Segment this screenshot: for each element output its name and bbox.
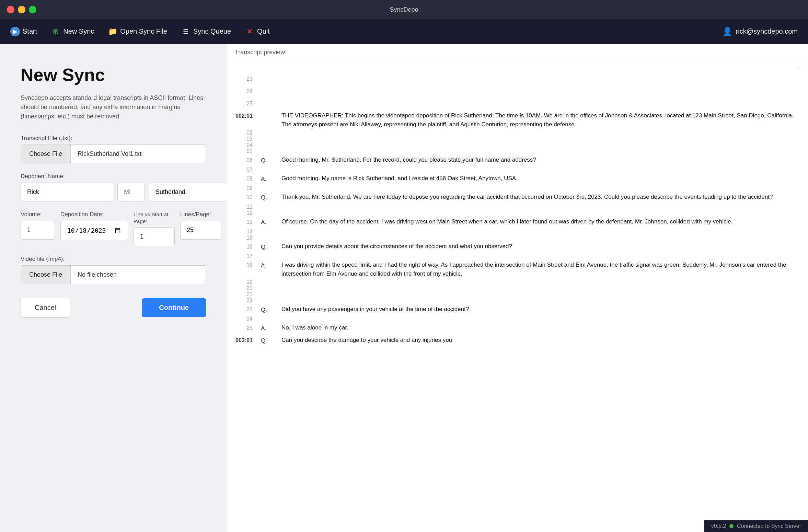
start-label: Start <box>23 27 37 35</box>
metadata-row: Volume: Deposition Date: Line #s Start a… <box>21 211 206 246</box>
user-menu[interactable]: 👤 rick@syncdepo.com <box>722 27 798 36</box>
transcript-file-label: Transcript File (.txt): <box>21 135 206 142</box>
lines-per-page-label: Lines/Page: <box>180 211 221 218</box>
open-sync-file-icon: 📁 <box>108 27 117 36</box>
sync-queue-icon: ☰ <box>181 27 191 36</box>
transcript-line: 23 <box>233 73 801 85</box>
transcript-line: 23 Q. Did you have any passengers in you… <box>233 304 801 316</box>
minimize-button[interactable] <box>18 6 25 13</box>
user-icon: 👤 <box>722 27 732 36</box>
status-bar: v0.5.2 Connected to Sync Server <box>704 520 808 532</box>
version-label: v0.5.2 <box>711 523 726 529</box>
line-start-label: Line #s Start at Page: <box>134 211 175 224</box>
video-file-group: Video file (.mp4): Choose File No file c… <box>21 256 206 284</box>
transcript-line: 18 A. I was driving within the speed lim… <box>233 259 801 279</box>
maximize-button[interactable] <box>29 6 36 13</box>
deponent-name-group: Deponent Name: <box>21 173 206 201</box>
continue-button[interactable]: Continue <box>142 298 206 317</box>
volume-field[interactable] <box>21 221 55 240</box>
transcript-line: 06 Q. Good morning, Mr. Sutherland. For … <box>233 154 801 167</box>
start-icon: ▶ <box>10 27 20 36</box>
sync-queue-label: Sync Queue <box>193 27 231 35</box>
video-file-input-wrapper: Choose File No file chosen <box>21 265 206 284</box>
transcript-header-label: Transcript preview: <box>235 49 287 56</box>
deponent-name-label: Deponent Name: <box>21 173 206 180</box>
transcript-file-group: Transcript File (.txt): Choose File Rick… <box>21 135 206 163</box>
volume-label: Volume: <box>21 211 55 218</box>
transcript-line: 16 Q. Can you provide details about the … <box>233 241 801 253</box>
menu-quit[interactable]: ✕ Quit <box>245 27 270 36</box>
deposition-date-col: Deposition Date: <box>60 211 128 240</box>
menu-open-sync-file[interactable]: 📁 Open Sync File <box>108 27 167 36</box>
middle-initial-field[interactable] <box>117 183 145 201</box>
transcript-body[interactable]: ← 23 24 25 <box>227 61 808 532</box>
close-button[interactable] <box>7 6 14 13</box>
video-file-name: No file chosen <box>71 266 206 284</box>
left-panel: New Sync Syncdepo accepts standard legal… <box>0 44 227 532</box>
lines-per-page-field[interactable] <box>180 221 221 240</box>
video-file-label: Video file (.mp4): <box>21 256 206 263</box>
menu-bar: ▶ Start ⊕ New Sync 📁 Open Sync File ☰ Sy… <box>0 19 808 44</box>
transcript-page-marker: 003:01 Q. Can you describe the damage to… <box>233 335 801 347</box>
volume-col: Volume: <box>21 211 55 240</box>
transcript-line: 25 A. No, I was alone in my car. <box>233 322 801 335</box>
user-email: rick@syncdepo.com <box>736 27 798 35</box>
name-row <box>21 183 206 201</box>
quit-icon: ✕ <box>245 27 254 36</box>
nav-back[interactable]: ← <box>233 65 801 72</box>
video-choose-file-button[interactable]: Choose File <box>21 266 71 284</box>
transcript-line: 25 <box>233 98 801 110</box>
first-name-field[interactable] <box>21 183 113 201</box>
form-title: New Sync <box>21 65 206 85</box>
title-bar: SyncDepo <box>0 0 808 19</box>
line-start-col: Line #s Start at Page: <box>134 211 175 246</box>
main-content: New Sync Syncdepo accepts standard legal… <box>0 44 808 532</box>
transcript-line: 13 A. Of course. On the day of the accid… <box>233 216 801 229</box>
line-start-field[interactable] <box>134 227 175 246</box>
window-title: SyncDepo <box>390 6 418 13</box>
transcript-line: 10 Q. Thank you, Mr. Sutherland. We are … <box>233 192 801 204</box>
status-text: Connected to Sync Server <box>737 523 801 529</box>
deposition-date-label: Deposition Date: <box>60 211 128 218</box>
right-panel: Transcript preview: ← 23 24 <box>227 44 808 532</box>
new-sync-label: New Sync <box>63 27 94 35</box>
transcript-file-name: RickSutherland Vol1.txt <box>71 145 206 163</box>
transcript-file-input-wrapper: Choose File RickSutherland Vol1.txt <box>21 144 206 163</box>
form-description: Syncdepo accepts standard legal transcri… <box>21 93 206 121</box>
traffic-lights <box>7 6 36 13</box>
menu-sync-queue[interactable]: ☰ Sync Queue <box>181 27 231 36</box>
menu-start[interactable]: ▶ Start <box>10 27 37 36</box>
deposition-date-field[interactable] <box>60 221 128 240</box>
new-sync-icon: ⊕ <box>51 27 60 36</box>
menu-new-sync[interactable]: ⊕ New Sync <box>51 27 94 36</box>
cancel-button[interactable]: Cancel <box>21 298 70 317</box>
button-row: Cancel Continue <box>21 298 206 317</box>
open-sync-file-label: Open Sync File <box>120 27 167 35</box>
quit-label: Quit <box>257 27 270 35</box>
status-dot <box>729 524 734 528</box>
transcript-page-marker: 002:01 THE VIDEOGRAPHER: This begins the… <box>233 110 801 130</box>
transcript-choose-file-button[interactable]: Choose File <box>21 145 71 163</box>
lines-per-page-col: Lines/Page: <box>180 211 221 240</box>
metadata-group: Volume: Deposition Date: Line #s Start a… <box>21 211 206 246</box>
transcript-line: 08 A. Good morning. My name is Rick Suth… <box>233 173 801 185</box>
transcript-header: Transcript preview: <box>227 44 808 61</box>
last-name-field[interactable] <box>149 183 227 201</box>
transcript-line: 24 <box>233 85 801 98</box>
